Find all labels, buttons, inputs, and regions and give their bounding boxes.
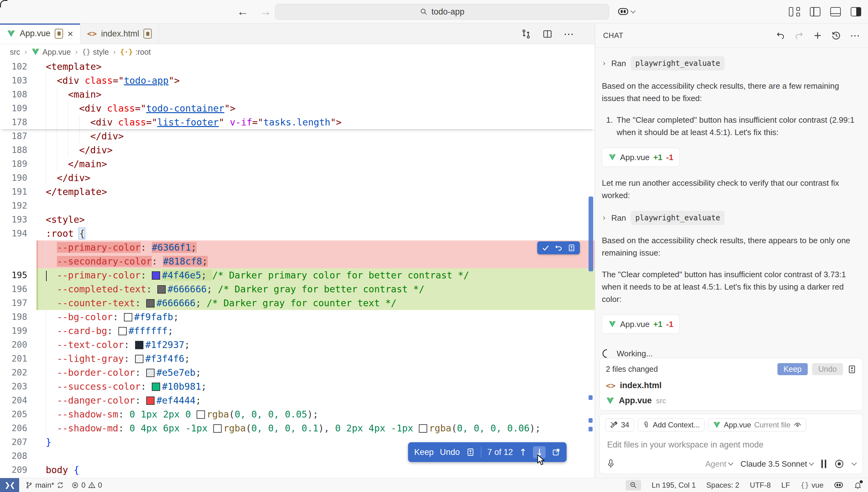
close-tab-icon[interactable]: × — [67, 29, 73, 39]
changed-file-chip[interactable]: App.vue +1-1 — [602, 148, 680, 167]
code-line: 108 <main> — [0, 88, 595, 101]
ruler-mark — [589, 418, 593, 423]
modified-badge-icon[interactable] — [55, 29, 63, 39]
chat-messages[interactable]: › Ranplaywright_evaluateBased on the acc… — [595, 48, 868, 358]
undo-button[interactable]: Undo — [440, 447, 460, 457]
eye-icon[interactable] — [794, 421, 801, 429]
color-swatch[interactable] — [152, 383, 160, 391]
forward-button[interactable]: → — [260, 5, 271, 18]
changed-file-chip[interactable]: App.vue +1-1 — [602, 315, 680, 334]
current-file-chip[interactable]: App.vue Current file — [708, 418, 806, 432]
cursor-position[interactable]: Ln 195, Col 1 — [652, 481, 696, 490]
tab-label: App.vue — [20, 29, 50, 38]
open-diff-icon[interactable] — [568, 244, 576, 252]
indentation[interactable]: Spaces: 2 — [706, 481, 739, 490]
notifications-bell[interactable] — [854, 481, 862, 489]
color-swatch[interactable] — [157, 285, 166, 294]
color-swatch[interactable] — [135, 341, 144, 349]
breadcrumb-item[interactable]: {·}:root — [120, 48, 151, 56]
stop-button[interactable] — [834, 459, 844, 469]
indent-guide — [46, 324, 57, 338]
current-file-name: App.vue — [724, 421, 751, 429]
previous-change-button[interactable]: ↑ — [519, 447, 527, 458]
indent-guide — [46, 296, 57, 310]
next-change-button[interactable]: ↓ — [533, 446, 546, 458]
accept-change-icon[interactable] — [542, 244, 550, 252]
code-line: 204 --danger-color: #ef4444; — [0, 393, 595, 407]
indent-guide — [46, 88, 57, 101]
split-editor-icon[interactable] — [543, 29, 552, 39]
customize-layout-button[interactable] — [789, 7, 800, 16]
vue-icon — [31, 48, 40, 56]
code-editor[interactable]: 102 <template> 103 <div class="todo-app"… — [0, 60, 595, 478]
model-selector[interactable]: Claude 3.5 Sonnet — [741, 459, 813, 469]
redo-icon[interactable] — [794, 31, 804, 40]
view-diff-icon[interactable] — [847, 365, 857, 374]
toggle-primary-sidebar-button[interactable] — [810, 7, 820, 16]
color-swatch[interactable] — [118, 327, 127, 335]
tab-App.vue[interactable]: App.vue × — [0, 24, 80, 44]
copilot-status-icon[interactable] — [834, 481, 843, 489]
code-line: 206 --shadow-md: 0 4px 6px -1px rgba(0, … — [0, 421, 595, 435]
git-branch-icon — [25, 482, 33, 489]
microphone-icon[interactable] — [606, 459, 615, 469]
color-swatch[interactable] — [419, 424, 427, 433]
copilot-menu[interactable] — [618, 0, 635, 24]
open-file-icon[interactable] — [552, 448, 561, 457]
pause-button[interactable] — [821, 460, 826, 468]
chevron-down-icon[interactable] — [852, 461, 857, 466]
vue-icon — [606, 396, 615, 405]
history-icon[interactable] — [832, 31, 841, 40]
command-center-search[interactable]: todo-app — [275, 4, 609, 20]
color-swatch[interactable] — [213, 424, 222, 433]
zoom-out-button[interactable] — [626, 480, 641, 490]
add-context-button[interactable]: Add Context... — [638, 418, 704, 432]
code-line: 197 --counter-text: #666666; /* Darker g… — [0, 296, 595, 310]
keep-all-button[interactable]: Keep — [777, 363, 808, 375]
color-swatch[interactable] — [124, 313, 132, 321]
breadcrumb[interactable]: src › App.vue › {}style › {·}:root — [0, 44, 595, 60]
tools-icon — [610, 421, 618, 429]
file-diff-icon[interactable] — [466, 448, 475, 457]
color-swatch[interactable] — [152, 271, 160, 280]
remote-indicator[interactable]: ❯❮ — [0, 478, 19, 492]
code-lines: 187 </div> 188 </div> 189 </main> 190 </… — [0, 129, 595, 477]
line-number: 198 — [0, 310, 36, 324]
breadcrumb-item[interactable]: App.vue — [31, 48, 71, 56]
changed-file-row[interactable]: App.vuesrc — [606, 396, 857, 405]
tools-button[interactable]: 34 — [605, 418, 634, 432]
undo-all-button[interactable]: Undo — [812, 363, 843, 375]
toggle-panel-button[interactable] — [830, 7, 841, 16]
chevron-down-icon — [809, 461, 814, 466]
encoding[interactable]: UTF-8 — [750, 481, 771, 490]
tool-call-row[interactable]: › Ranplaywright_evaluate — [602, 56, 860, 71]
changed-file-row[interactable]: <>index.html — [606, 381, 857, 390]
problems-indicator[interactable]: 0 0 — [71, 481, 102, 490]
line-number: 108 — [0, 88, 36, 101]
new-chat-icon[interactable] — [813, 31, 822, 40]
chat-input[interactable]: Edit files in your workspace in agent mo… — [607, 440, 855, 450]
color-swatch[interactable] — [146, 369, 154, 377]
code-line: 201 --light-gray: #f3f4f6; — [0, 352, 595, 366]
keep-button[interactable]: Keep — [414, 447, 434, 457]
mode-selector[interactable]: Agent — [705, 459, 733, 469]
breadcrumb-item[interactable]: src — [10, 48, 20, 56]
discard-change-icon[interactable] — [554, 244, 563, 252]
more-actions-icon[interactable]: ⋯ — [564, 28, 575, 40]
language-mode[interactable]: {̇} vue — [801, 481, 823, 490]
tab-index.html[interactable]: <>index.html — [80, 24, 159, 44]
color-swatch[interactable] — [146, 299, 154, 308]
color-swatch[interactable] — [197, 411, 205, 419]
modified-badge-icon[interactable] — [144, 29, 152, 39]
branch-indicator[interactable]: main* — [25, 481, 64, 490]
more-actions-icon[interactable]: ⋯ — [850, 30, 860, 42]
color-swatch[interactable] — [135, 355, 144, 363]
color-swatch[interactable] — [146, 396, 154, 405]
eol-sequence[interactable]: LF — [782, 481, 790, 490]
breadcrumb-item[interactable]: {}style — [82, 48, 109, 56]
back-button[interactable]: ← — [237, 5, 249, 18]
open-changes-icon[interactable] — [521, 29, 531, 39]
toggle-secondary-sidebar-button[interactable] — [851, 7, 861, 16]
tool-call-row[interactable]: › Ranplaywright_evaluate — [602, 211, 860, 225]
undo-icon[interactable] — [776, 31, 785, 40]
